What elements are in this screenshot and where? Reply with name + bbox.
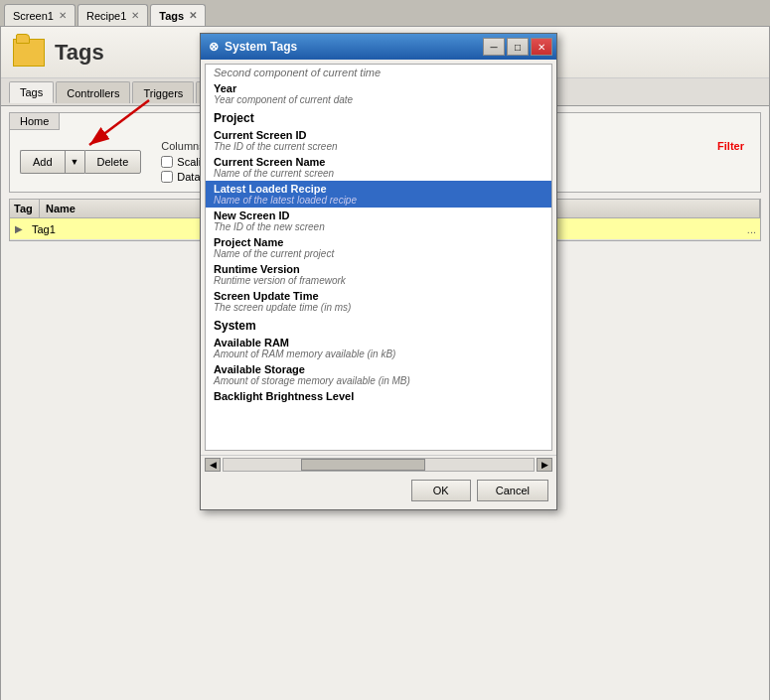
tab-screen1[interactable]: Screen1 ✕ [4,4,76,26]
list-item[interactable]: New Screen IDThe ID of the new screen [206,208,551,234]
ok-button[interactable]: OK [411,480,471,501]
page-title: Tags [55,40,104,66]
tab-screen1-close[interactable]: ✕ [59,10,67,21]
list-item-desc: Year component of current date [214,94,543,105]
list-item[interactable]: Current Screen NameName of the current s… [206,154,551,181]
list-item[interactable]: Available RAMAmount of RAM memory availa… [206,335,551,361]
dialog-maximize-button[interactable]: □ [507,38,529,56]
dialog-list[interactable]: Second component of current timeYearYear… [205,64,552,451]
list-item[interactable]: YearYear component of current date [206,80,551,107]
tab-tags-close[interactable]: ✕ [189,10,197,21]
filter-section: Filter [717,140,744,156]
list-item[interactable]: Available StorageAmount of storage memor… [206,361,551,388]
scroll-left-button[interactable]: ◀ [205,458,221,472]
list-section-header: Project [206,107,551,127]
list-item-title: New Screen ID [214,210,543,221]
add-dropdown-button[interactable]: ▼ [65,150,84,174]
list-item-title: Available RAM [214,337,543,349]
dialog-title-text: System Tags [225,40,297,54]
tab-tags[interactable]: Tags ✕ [150,4,206,26]
list-item[interactable]: Backlight Brightness Level [206,388,551,404]
list-item[interactable]: Latest Loaded RecipeName of the latest l… [206,181,551,208]
btn-group: Add ▼ Delete [20,150,141,174]
list-item[interactable]: Runtime VersionRuntime version of framew… [206,261,551,288]
title-bar-tabs: Screen1 ✕ Recipe1 ✕ Tags ✕ [0,0,770,26]
checkbox-data-exchange-input[interactable] [161,171,173,183]
list-item-desc: The screen update time (in ms) [214,302,543,313]
dialog-action-buttons: OK Cancel [201,474,556,509]
list-item-title: Latest Loaded Recipe [214,183,543,195]
list-item-desc: Amount of storage memory available (in M… [214,375,543,386]
dialog-titlebar: ⊗ System Tags ─ □ ✕ [201,34,556,60]
scroll-right-button[interactable]: ▶ [537,458,552,472]
nav-tab-triggers[interactable]: Triggers [132,81,194,103]
system-tags-dialog-overlay: ⊗ System Tags ─ □ ✕ Second component of … [200,33,557,510]
list-item-title: Runtime Version [214,263,543,275]
col-header-tag: Tag [10,200,40,217]
tab-recipe1-label: Recipe1 [86,10,126,22]
list-item-desc: The ID of the current screen [214,141,543,152]
dialog-close-button[interactable]: ✕ [531,38,552,56]
list-text-item: Second component of current time [206,65,551,80]
delete-button[interactable]: Delete [84,150,142,174]
nav-tab-tags[interactable]: Tags [9,81,54,103]
list-item-desc: Runtime version of framework [214,275,543,286]
tab-tags-label: Tags [159,10,184,22]
list-item-desc: The ID of the new screen [214,221,543,232]
list-item[interactable]: Screen Update TimeThe screen update time… [206,288,551,315]
row-expand-icon[interactable]: ▶ [10,223,28,234]
nav-tab-controllers[interactable]: Controllers [56,81,130,103]
list-item-title: Year [214,82,543,94]
add-button[interactable]: Add [20,150,65,174]
list-item-desc: Name of the current project [214,248,543,259]
dialog-minimize-button[interactable]: ─ [483,38,505,56]
content-area: Home Add ▼ Delete [1,112,769,700]
dialog-title-left: ⊗ System Tags [209,40,297,54]
checkbox-scaling-input[interactable] [161,156,173,168]
list-item-desc: Name of the latest loaded recipe [214,195,543,206]
list-item-title: Screen Update Time [214,290,543,302]
system-tags-dialog: ⊗ System Tags ─ □ ✕ Second component of … [200,33,557,510]
button-area: Add ▼ Delete [20,142,141,174]
list-item-title: Current Screen ID [214,129,543,141]
list-item-title: Current Screen Name [214,156,543,168]
dialog-controls: ─ □ ✕ [483,38,552,56]
main-window: Tags Tags Controllers Triggers Poll Grou… [0,26,770,700]
row-dots[interactable]: ... [730,223,760,235]
tab-recipe1[interactable]: Recipe1 ✕ [77,4,148,26]
list-item-title: Project Name [214,236,543,248]
horizontal-scrollbar [223,458,535,472]
list-item-title: Backlight Brightness Level [214,390,543,402]
list-section-header: System [206,315,551,335]
tags-icon [13,39,45,67]
scrollbar-thumb [301,459,425,471]
list-item-title: Available Storage [214,363,543,375]
dialog-title-icon: ⊗ [209,40,219,54]
list-item-desc: Amount of RAM memory available (in kB) [214,349,543,359]
tab-recipe1-close[interactable]: ✕ [131,10,139,21]
list-item[interactable]: Project NameName of the current project [206,234,551,261]
list-item[interactable]: Current Screen IDThe ID of the current s… [206,127,551,154]
svg-line-1 [89,100,149,145]
home-tab-label[interactable]: Home [10,113,60,130]
tab-screen1-label: Screen1 [13,10,54,22]
list-item-desc: Name of the current screen [214,168,543,179]
cancel-button[interactable]: Cancel [477,480,548,501]
dialog-scrollbar-area: ◀ ▶ [201,455,556,474]
filter-label: Filter [717,140,744,152]
